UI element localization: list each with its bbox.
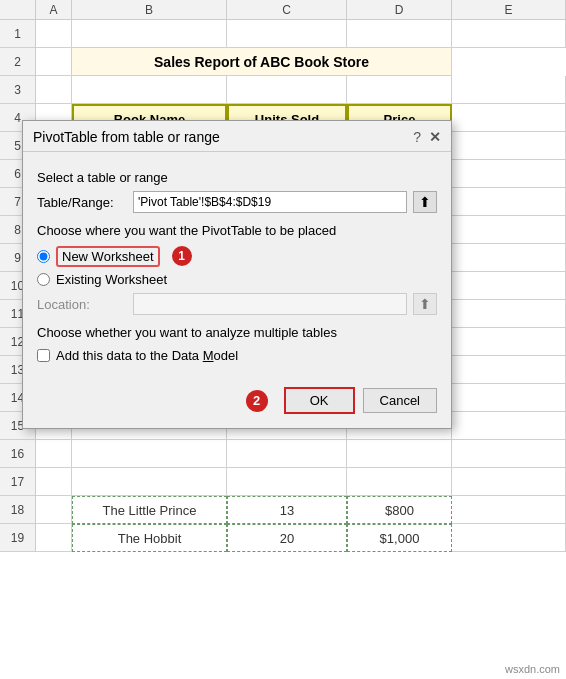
cell-b1[interactable] [72,20,227,48]
cell-d1[interactable] [347,20,452,48]
new-worksheet-label-text: New Worksheet [56,246,160,267]
table-range-row: Table/Range: ⬆ [37,191,437,213]
dialog-controls: ? ✕ [413,129,441,145]
cell-e9 [452,244,566,272]
cell-a18 [36,496,72,524]
col-header-b: B [72,0,227,20]
location-label: Location: [37,297,127,312]
existing-worksheet-row: Existing Worksheet [37,272,437,287]
cell-b18[interactable]: The Little Prince [72,496,227,524]
cell-e16 [452,440,566,468]
table-row: 2 Sales Report of ABC Book Store Sales R… [0,48,566,76]
add-data-model-checkbox[interactable] [37,349,50,362]
cell-c1[interactable] [227,20,347,48]
dialog-help-button[interactable]: ? [413,129,421,145]
cell-b17[interactable] [72,468,227,496]
cell-b2-title[interactable]: Sales Report of ABC Book Store Sales Rep… [72,48,452,76]
new-worksheet-label[interactable]: New Worksheet [56,249,160,264]
row-header: 3 [0,76,36,104]
table-row: 17 [0,468,566,496]
cell-e13 [452,356,566,384]
cell-e14 [452,384,566,412]
cell-c19[interactable]: 20 [227,524,347,552]
row-header: 18 [0,496,36,524]
location-upload-button[interactable]: ⬆ [413,293,437,315]
col-header-a: A [36,0,72,20]
cell-b16[interactable] [72,440,227,468]
row-header: 1 [0,20,36,48]
table-row: 3 [0,76,566,104]
cell-e12 [452,328,566,356]
cell-d17[interactable] [347,468,452,496]
corner-cell [0,0,36,20]
cell-e19 [452,524,566,552]
table-row: 1 [0,20,566,48]
cell-a3 [36,76,72,104]
pivot-dialog: PivotTable from table or range ? ✕ Selec… [22,120,452,429]
new-worksheet-radio[interactable] [37,250,50,263]
cell-d18[interactable]: $800 [347,496,452,524]
location-row: Location: ⬆ [37,293,437,315]
row-header: 19 [0,524,36,552]
dialog-close-button[interactable]: ✕ [429,129,441,145]
dialog-titlebar: PivotTable from table or range ? ✕ [23,121,451,151]
col-header-c: C [227,0,347,20]
section3-label: Choose whether you want to analyze multi… [37,325,437,340]
cell-e6 [452,160,566,188]
cell-c18[interactable]: 13 [227,496,347,524]
cell-c17[interactable] [227,468,347,496]
cell-e3 [452,76,566,104]
table-row: 16 [0,440,566,468]
cell-a19 [36,524,72,552]
dialog-footer: 2 OK Cancel [23,387,451,428]
badge-1: 1 [172,246,192,266]
dialog-body: Select a table or range Table/Range: ⬆ C… [23,160,451,387]
col-header-e: E [452,0,566,20]
cell-e11 [452,300,566,328]
section2-label: Choose where you want the PivotTable to … [37,223,437,238]
cell-e5 [452,132,566,160]
cancel-button[interactable]: Cancel [363,388,437,413]
row-header: 17 [0,468,36,496]
watermark: wsxdn.com [505,663,560,675]
badge-2: 2 [246,390,268,412]
cell-e8 [452,216,566,244]
row-header: 2 [0,48,36,76]
cell-d3[interactable] [347,76,452,104]
cell-d16[interactable] [347,440,452,468]
col-header-d: D [347,0,452,20]
section1-label: Select a table or range [37,170,437,185]
cell-e7 [452,188,566,216]
existing-worksheet-radio[interactable] [37,273,50,286]
dialog-title: PivotTable from table or range [33,129,220,145]
ok-button[interactable]: OK [284,387,355,414]
cell-d19[interactable]: $1,000 [347,524,452,552]
cell-a1 [36,20,72,48]
cell-a2 [36,48,72,76]
cell-e18 [452,496,566,524]
row-header: 16 [0,440,36,468]
cell-a16 [36,440,72,468]
cell-e10 [452,272,566,300]
table-range-upload-button[interactable]: ⬆ [413,191,437,213]
table-range-input[interactable] [133,191,407,213]
existing-worksheet-label[interactable]: Existing Worksheet [56,272,167,287]
cell-c3[interactable] [227,76,347,104]
cell-a17 [36,468,72,496]
table-row: 19 The Hobbit 20 $1,000 [0,524,566,552]
spreadsheet: A B C D E 1 2 Sales Report of ABC Book S… [0,0,566,679]
new-worksheet-row: New Worksheet 1 [37,246,437,266]
cell-e4 [452,104,566,132]
cell-e17 [452,468,566,496]
add-data-model-row: Add this data to the Data Model [37,348,437,363]
cell-c16[interactable] [227,440,347,468]
location-input[interactable] [133,293,407,315]
model-underline: M [203,348,214,363]
cell-e1 [452,20,566,48]
cell-e15 [452,412,566,440]
table-row: 18 The Little Prince 13 $800 [0,496,566,524]
add-data-model-label: Add this data to the Data Model [56,348,238,363]
table-range-label: Table/Range: [37,195,127,210]
cell-b3[interactable] [72,76,227,104]
cell-b19[interactable]: The Hobbit [72,524,227,552]
